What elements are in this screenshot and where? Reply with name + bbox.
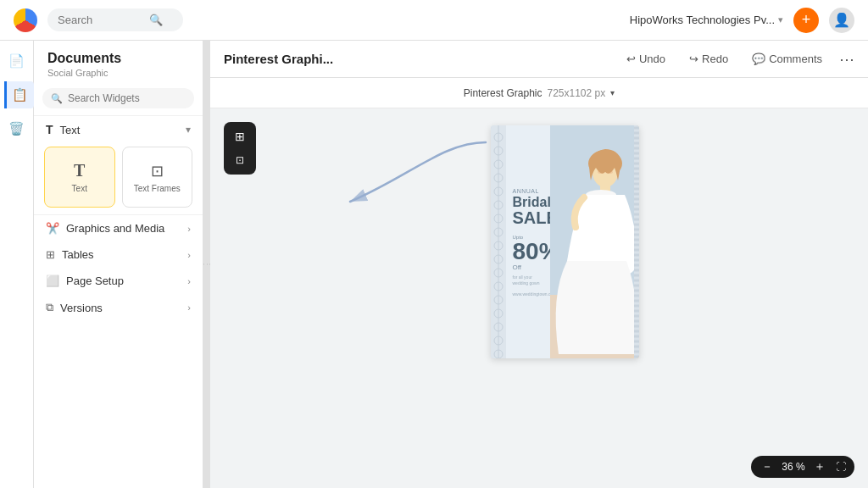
card-off: Off [513,263,522,271]
left-panel: Documents Social Graphic 🔍 T Text ▾ T Te… [34,41,203,488]
sidebar-item-document[interactable]: 📄 [3,47,31,75]
arrow-overlay [342,125,511,227]
canvas-subtitle-bar: Pinterest Graphic 725x1102 px ▾ [210,78,868,108]
text-widget-icon: T [74,161,85,180]
undo-icon: ↩ [626,53,636,65]
text-section-icon: T [46,123,53,136]
template-icon: 📋 [12,87,28,103]
main-layout: 📄 📋 🗑️ Documents Social Graphic 🔍 T Text… [0,41,868,488]
canvas-grid-icon[interactable]: ⊞ [227,125,253,147]
tables-chevron-icon: › [187,250,191,260]
canvas-viewport[interactable]: ⊞ ⊡ [210,108,868,488]
card-annual: Annual [513,188,539,194]
app-header: 🔍 HipoWorks Technologies Pv... ▾ + 👤 [0,0,868,41]
sidebar-item-template[interactable]: 📋 [4,81,34,108]
lace-decoration [491,125,506,358]
canvas-subtitle-chevron-icon[interactable]: ▾ [610,88,615,97]
comments-icon: 💬 [752,53,765,65]
graphics-icon: ✂️ [46,222,59,235]
menu-page-setup[interactable]: ⬜ Page Setup › [34,268,203,294]
canvas-tools-panel: ⊞ ⊡ [224,122,256,175]
avatar[interactable]: 👤 [829,8,854,33]
redo-icon: ↪ [689,53,698,65]
zoom-bar: － 36 % ＋ ⛶ [751,456,854,478]
widget-search-icon: 🔍 [51,93,63,104]
canvas-dimensions: 725x1102 px [547,87,605,99]
company-chevron-icon: ▾ [778,14,783,25]
icon-sidebar: 📄 📋 🗑️ [0,41,34,488]
widget-text-frames[interactable]: ⊡ Text Frames [122,147,193,208]
widget-search-input[interactable] [68,92,186,104]
zoom-in-button[interactable]: ＋ [812,459,827,474]
canvas-toolbar: Pinterest Graphi... ↩ Undo ↪ Redo 💬 Comm… [210,41,868,78]
widget-search-bar: 🔍 [42,88,194,108]
graphics-chevron-icon: › [187,224,191,234]
text-section-label: Text [60,124,81,136]
page-setup-label: Page Setup [66,274,124,287]
zoom-out-button[interactable]: － [760,459,775,474]
company-name: HipoWorks Technologies Pv... ▾ [630,14,783,26]
tables-icon: ⊞ [46,248,55,261]
graphics-label: Graphics and Media [66,222,164,235]
right-lace [634,125,639,358]
tables-label: Tables [62,248,94,261]
versions-icon: ⧉ [46,301,53,314]
widget-text[interactable]: T Text [44,147,115,208]
pinterest-text-content: Annual Bridal SALE Upto 80% Off for all … [506,125,554,358]
versions-label: Versions [60,302,103,314]
search-bar: 🔍 [47,8,183,31]
menu-versions[interactable]: ⧉ Versions › [34,294,203,321]
text-widget-label: Text [72,184,87,193]
canvas-area: Pinterest Graphi... ↩ Undo ↪ Redo 💬 Comm… [210,41,868,488]
menu-graphics[interactable]: ✂️ Graphics and Media › [34,215,203,241]
canvas-title: Pinterest Graphi... [224,52,333,66]
text-chevron-icon: ▾ [186,124,191,136]
search-input[interactable] [58,14,142,26]
canvas-widget-icon[interactable]: ⊡ [227,149,253,171]
bride-photo [550,125,639,358]
versions-chevron-icon: › [187,302,191,313]
avatar-icon: 👤 [833,12,850,28]
widgets-area: T Text ⊡ Text Frames [34,140,203,214]
comments-button[interactable]: 💬 Comments [745,49,829,69]
search-icon: 🔍 [149,14,163,26]
comments-label: Comments [769,53,822,65]
canvas-subtitle-label: Pinterest Graphic [464,87,542,99]
pinterest-card[interactable]: Annual Bridal SALE Upto 80% Off for all … [491,125,639,358]
undo-label: Undo [639,53,665,65]
redo-button[interactable]: ↪ Redo [682,49,735,69]
undo-button[interactable]: ↩ Undo [620,49,672,69]
zoom-fullscreen-icon[interactable]: ⛶ [836,461,846,473]
section-text[interactable]: T Text ▾ [34,116,203,140]
resize-handle[interactable]: ⋮ [203,41,210,488]
document-icon: 📄 [8,53,25,69]
redo-label: Redo [702,53,728,65]
menu-tables[interactable]: ⊞ Tables › [34,241,203,268]
trash-icon: 🗑️ [8,121,25,136]
card-bridal: Bridal [513,196,551,209]
add-button[interactable]: + [793,8,819,33]
page-setup-chevron-icon: › [187,276,191,286]
card-tagline: for all your wedding gown [513,274,540,286]
app-logo[interactable] [14,8,37,32]
text-frames-widget-label: Text Frames [134,184,181,193]
text-frames-widget-icon: ⊡ [151,162,164,180]
zoom-level: 36 % [780,461,807,473]
sidebar-item-trash[interactable]: 🗑️ [3,115,31,142]
panel-header: Documents Social Graphic [34,41,203,81]
panel-title: Documents [47,51,189,66]
more-options-icon[interactable]: ⋯ [839,50,854,69]
page-setup-icon: ⬜ [46,274,59,287]
panel-subtitle: Social Graphic [47,68,189,78]
